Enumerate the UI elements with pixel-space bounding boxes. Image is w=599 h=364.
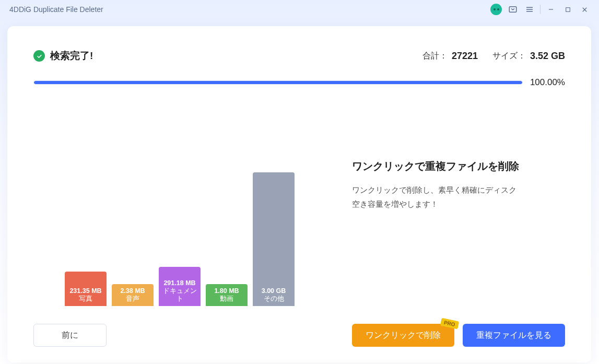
robot-icon[interactable] (488, 2, 504, 17)
chart-area: 231.35 MB写真2.38 MB音声291.18 MBドキュメント1.80 … (33, 93, 326, 308)
bar-size-label: 3.00 GB (262, 287, 286, 295)
bar-size-label: 291.18 MB (163, 279, 195, 287)
check-circle-icon (33, 50, 45, 62)
header-row: 検索完了! 合計： 27221 サイズ： 3.52 GB (33, 49, 565, 63)
one-click-delete-button[interactable]: ワンクリックで削除 PRO (352, 324, 454, 347)
total-value: 27221 (452, 51, 478, 62)
size-value: 3.52 GB (530, 51, 565, 62)
one-click-delete-label: ワンクリックで削除 (366, 330, 441, 341)
bar-size-label: 2.38 MB (120, 287, 145, 295)
bar-category-label: 音声 (126, 295, 139, 303)
bar-fill: 291.18 MBドキュメント (159, 267, 201, 306)
bar-4: 3.00 GBその他 (253, 172, 295, 306)
bar-size-label: 231.35 MB (69, 287, 101, 295)
bar-category-label: その他 (264, 295, 284, 303)
main-row: 231.35 MB写真2.38 MB音声291.18 MBドキュメント1.80 … (33, 93, 565, 308)
bar-category-label: ドキュメント (161, 287, 198, 303)
size-label: サイズ： (492, 51, 526, 62)
bar-3: 1.80 MB動画 (206, 284, 248, 306)
app-title: 4DDiG Duplicate File Deleter (9, 5, 103, 14)
view-duplicates-button[interactable]: 重複ファイルを見る (463, 324, 565, 347)
bar-category-label: 動画 (220, 295, 233, 303)
feedback-icon[interactable] (504, 2, 521, 17)
close-button[interactable] (576, 2, 593, 17)
bar-1: 2.38 MB音声 (112, 284, 154, 306)
bar-fill: 2.38 MB音声 (112, 284, 154, 306)
titlebar-separator (540, 5, 541, 14)
pro-badge: PRO (440, 318, 459, 330)
bar-fill: 1.80 MB動画 (206, 284, 248, 306)
info-title: ワンクリックで重複ファイルを削除 (352, 159, 565, 173)
info-area: ワンクリックで重複ファイルを削除 ワンクリックで削除し、素早く精確にディスク空き… (352, 93, 565, 308)
svg-rect-5 (566, 7, 570, 11)
bar-category-label: 写真 (79, 295, 92, 303)
progress-percent: 100.00% (530, 77, 565, 88)
menu-icon[interactable] (521, 2, 538, 17)
progress-fill (34, 81, 522, 84)
bar-fill: 3.00 GBその他 (253, 172, 295, 306)
total-label: 合計： (422, 51, 448, 62)
progress-bar (33, 80, 523, 85)
bar-0: 231.35 MB写真 (65, 272, 107, 306)
progress-row: 100.00% (33, 77, 565, 88)
main-card: 検索完了! 合計： 27221 サイズ： 3.52 GB 100.00% 231… (7, 26, 591, 362)
bar-2: 291.18 MBドキュメント (159, 267, 201, 306)
minimize-button[interactable] (543, 2, 559, 17)
prev-button[interactable]: 前に (33, 324, 107, 347)
info-desc: ワンクリックで削除し、素早く精確にディスク空き容量を増やします！ (352, 183, 519, 211)
maximize-button[interactable] (559, 2, 576, 17)
bar-size-label: 1.80 MB (214, 287, 239, 295)
footer-row: 前に ワンクリックで削除 PRO 重複ファイルを見る (33, 324, 565, 347)
status-title: 検索完了! (50, 49, 93, 63)
bar-fill: 231.35 MB写真 (65, 272, 107, 306)
titlebar: 4DDiG Duplicate File Deleter (0, 0, 599, 19)
